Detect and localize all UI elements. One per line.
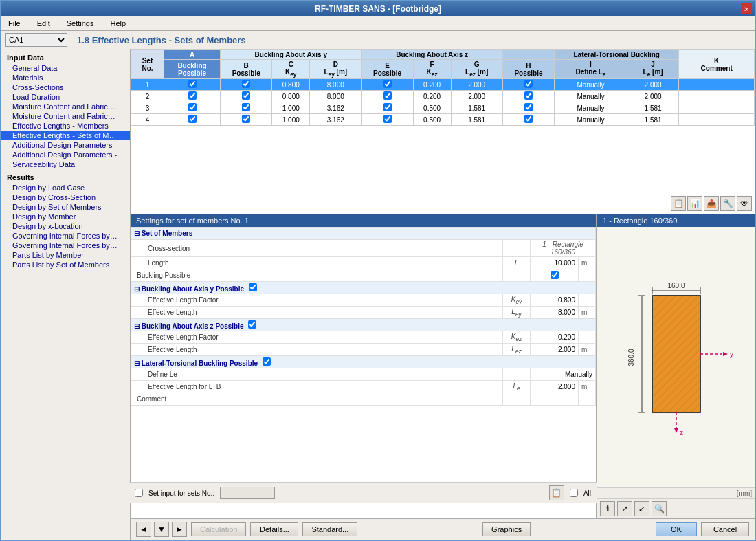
all-cb[interactable] xyxy=(570,489,578,497)
set-input-row: Set input for sets No.: 📋 All xyxy=(131,482,597,503)
row-buckling-y-header: ⊟ Buckling About Axis y Possible xyxy=(131,282,596,294)
col-efg-header: Buckling About Axis z xyxy=(362,50,502,60)
sidebar-item-design-cross-section[interactable]: Design by Cross-Section xyxy=(1,192,130,202)
cross-section-value: 1 - Rectangle 160/360 xyxy=(531,240,596,257)
sidebar-item-serviceability[interactable]: Serviceability Data xyxy=(1,159,130,169)
comment-label: Comment xyxy=(131,393,503,406)
sidebar-item-design-set-members[interactable]: Design by Set of Members xyxy=(1,202,130,212)
toolbar-icon-2[interactable]: ▼ xyxy=(154,522,169,537)
table-row[interactable]: 20.8008.0000.2002.000Manually2.000 xyxy=(131,91,755,102)
row-comment: Comment xyxy=(131,393,596,406)
toolbar-icon-3[interactable]: ► xyxy=(172,522,187,537)
table-row[interactable]: 31.0003.1620.5001.581Manually1.581 xyxy=(131,102,755,114)
sidebar-item-general-data[interactable]: General Data xyxy=(1,63,130,73)
input-data-label: Input Data xyxy=(1,52,130,63)
row-ltb-header: ⊟ Lateral-Torsional Buckling Possible xyxy=(131,356,596,368)
elf-z-value: 0.200 xyxy=(531,331,579,344)
svg-text:y: y xyxy=(730,351,733,358)
col-g-sub: GLez [m] xyxy=(451,60,502,79)
menu-help[interactable]: Help xyxy=(106,18,130,29)
menu-file[interactable]: File xyxy=(4,18,25,29)
ltb-cb[interactable] xyxy=(263,357,271,366)
col-i-sub: IDefine Le xyxy=(555,60,627,79)
sidebar-item-design-member[interactable]: Design by Member xyxy=(1,212,130,221)
cs-icon-bar: ℹ ↗ ↙ 🔍 xyxy=(597,498,755,518)
sidebar-item-add-design-2[interactable]: Additional Design Parameters - xyxy=(1,150,130,159)
svg-rect-9 xyxy=(652,296,700,412)
table-icon-2[interactable]: 📊 xyxy=(687,196,702,211)
set-input-copy-btn[interactable]: 📋 xyxy=(549,485,564,500)
sidebar-item-eff-lengths-sets[interactable]: Effective Lengths - Sets of Me... xyxy=(1,131,130,140)
set-input-cb[interactable] xyxy=(135,489,143,497)
table-row[interactable]: 10.8008.0000.2002.000Manually2.000 xyxy=(131,79,755,91)
menu-settings[interactable]: Settings xyxy=(63,18,98,29)
sidebar-item-design-load-case[interactable]: Design by Load Case xyxy=(1,183,130,192)
eff-ltb-label: Effective Length for LTB xyxy=(131,381,503,393)
table-icon-5[interactable]: 👁 xyxy=(737,196,752,211)
col-b-sub: BPossible xyxy=(221,60,272,79)
svg-marker-12 xyxy=(723,352,728,356)
close-button[interactable]: ✕ xyxy=(741,3,752,14)
table-row[interactable]: 41.0003.1620.5001.581Manually1.581 xyxy=(131,114,755,126)
set-input-field[interactable] xyxy=(220,487,275,499)
table-icon-3[interactable]: 📤 xyxy=(704,196,719,211)
row-set-of-members: ⊟ Set of Members xyxy=(131,228,596,240)
el-y-unit: m xyxy=(579,307,596,319)
sidebar-item-add-design-1[interactable]: Additional Design Parameters - xyxy=(1,140,130,150)
cross-section-panel: 1 - Rectangle 160/360 160.0 xyxy=(597,214,755,518)
col-f-sub: FKez xyxy=(413,60,451,79)
elf-z-key: Kez xyxy=(503,331,531,344)
length-label: Length xyxy=(131,257,503,269)
sidebar-item-gov-internal-forces-s[interactable]: Governing Internal Forces by S... xyxy=(1,241,130,250)
col-bcd-header: Buckling About Axis y xyxy=(221,50,362,60)
row-define-le: Define Le Manually xyxy=(131,368,596,381)
ok-button[interactable]: OK xyxy=(656,522,697,536)
sidebar-item-materials[interactable]: Materials xyxy=(1,73,130,82)
toolbar-icon-1[interactable]: ◄ xyxy=(136,522,151,537)
effective-lengths-table: SetNo. A Buckling About Axis y Buckling … xyxy=(131,49,755,126)
bottom-section: Settings for set of members No. 1 ⊟ Set … xyxy=(131,214,755,518)
graphics-button[interactable]: Graphics xyxy=(482,522,531,536)
buckling-z-header: ⊟ Buckling About Axis z Possible xyxy=(131,319,596,331)
cs-title: 1 - Rectangle 160/360 xyxy=(597,214,755,227)
row-buckling-z-header: ⊟ Buckling About Axis z Possible xyxy=(131,319,596,331)
standard-button[interactable]: Standard... xyxy=(302,522,357,536)
cs-arrow-up-btn[interactable]: ↗ xyxy=(617,501,632,516)
ca-selector[interactable]: CA1 xyxy=(5,33,67,47)
buckling-possible-cb[interactable] xyxy=(551,271,559,279)
menu-edit[interactable]: Edit xyxy=(33,18,54,29)
cs-diagram: 160.0 360.0 xyxy=(597,227,755,487)
sidebar-item-moisture-2[interactable]: Moisture Content and Fabricati... xyxy=(1,111,130,121)
col-h-header xyxy=(502,50,554,60)
cs-arrow-down-btn[interactable]: ↙ xyxy=(634,501,649,516)
buckling-y-cb[interactable] xyxy=(249,283,257,291)
sidebar-item-load-duration[interactable]: Load Duration xyxy=(1,92,130,102)
settings-title: Settings for set of members No. 1 xyxy=(131,214,596,227)
sidebar-item-moisture-1[interactable]: Moisture Content and Fabricati... xyxy=(1,102,130,111)
cs-zoom-btn[interactable]: 🔍 xyxy=(652,501,667,516)
results-label: Results xyxy=(1,172,130,183)
eff-ltb-value: 2.000 xyxy=(531,381,579,393)
sidebar-item-parts-list-member[interactable]: Parts List by Member xyxy=(1,250,130,260)
sidebar-item-cross-sections[interactable]: Cross-Sections xyxy=(1,82,130,92)
buckling-z-cb[interactable] xyxy=(248,320,256,329)
el-y-label: Effective Length xyxy=(131,307,503,319)
calculation-button[interactable]: Calculation xyxy=(191,522,246,536)
sidebar-item-gov-internal-forces[interactable]: Governing Internal Forces by M... xyxy=(1,231,130,241)
cs-info-btn[interactable]: ℹ xyxy=(600,501,615,516)
elf-y-value: 0.800 xyxy=(531,294,579,307)
table-icon-1[interactable]: 📋 xyxy=(671,196,686,211)
sidebar-item-eff-lengths-members[interactable]: Effective Lengths - Members xyxy=(1,121,130,131)
el-y-value: 8.000 xyxy=(531,307,579,319)
sidebar-item-parts-list-set[interactable]: Parts List by Set of Members xyxy=(1,260,130,269)
details-button[interactable]: Details... xyxy=(250,522,298,536)
svg-text:z: z xyxy=(680,429,683,437)
col-j-sub: JLe [m] xyxy=(627,60,679,79)
eff-ltb-unit: m xyxy=(579,381,596,393)
cancel-button[interactable]: Cancel xyxy=(701,522,749,536)
elf-y-label: Effective Length Factor xyxy=(131,294,503,307)
menu-bar: File Edit Settings Help xyxy=(1,16,755,31)
title-bar: RF-TIMBER SANS - [Footbridge] ✕ xyxy=(1,1,755,16)
sidebar-item-design-x-location[interactable]: Design by x-Location xyxy=(1,221,130,231)
table-icon-4[interactable]: 🔧 xyxy=(720,196,735,211)
